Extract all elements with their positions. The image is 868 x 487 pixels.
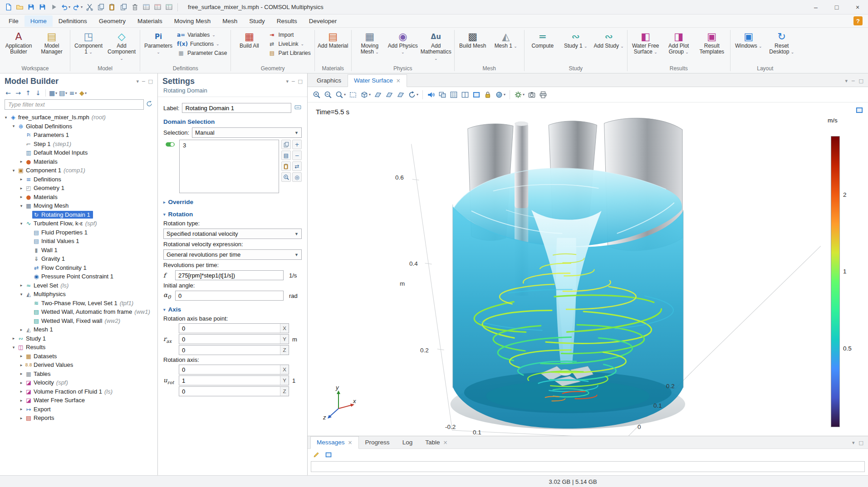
graphics-canvas[interactable]: Time=5.5 s m/s y x z <box>308 102 868 436</box>
zoom-in-button[interactable] <box>311 90 322 100</box>
collapse-arrow-icon[interactable]: ▾ <box>3 115 9 120</box>
menu-geometry[interactable]: Geometry <box>93 15 132 27</box>
scene-appearance-button[interactable]: ▾ <box>494 90 507 100</box>
print-button[interactable] <box>538 90 549 100</box>
ribbon-compute[interactable]: =Compute <box>526 28 559 65</box>
menu-definitions[interactable]: Definitions <box>53 15 93 27</box>
ribbon-add-mathematics[interactable]: ΔuAdd Mathematics ⌄ <box>420 28 452 65</box>
expand-arrow-icon[interactable]: ▸ <box>18 371 25 376</box>
expand-arrow-icon[interactable]: ▸ <box>18 363 25 367</box>
tree-item-reports[interactable]: ▸▤Reports <box>0 414 157 423</box>
tree-item-wetted-wall-fixed-wall[interactable]: ▤Wetted Wall, Fixed wall(ww2) <box>0 317 157 326</box>
menu-home[interactable]: Home <box>25 15 53 27</box>
tab-table[interactable]: Table× <box>419 436 454 449</box>
panel-minimize-button[interactable]: ─ <box>142 78 145 84</box>
tree-item-pressure-point-constraint-1[interactable]: ◉Pressure Point Constraint 1 <box>0 272 157 281</box>
collapse-tree-button[interactable]: ▤▾ <box>59 88 68 97</box>
tree-item-level-set[interactable]: ▸≈Level Set(ls) <box>0 281 157 290</box>
plot-context-icon[interactable] <box>855 106 863 116</box>
delete-button[interactable] <box>129 1 140 13</box>
selection-list-item[interactable]: 3 <box>183 142 275 149</box>
sound-toggle-button[interactable] <box>426 90 436 100</box>
rotation-header[interactable]: ▾ Rotation <box>163 211 302 218</box>
tree-item-volume-fraction-of-fluid-1[interactable]: ▸◪Volume Fraction of Fluid 1(ls) <box>0 387 157 396</box>
copy-button[interactable] <box>95 1 106 13</box>
zoom-extents-button[interactable]: ▾ <box>334 90 347 100</box>
expand-arrow-icon[interactable]: ▸ <box>18 327 25 332</box>
expand-arrow-icon[interactable]: ▸ <box>18 159 25 164</box>
expand-arrow-icon[interactable]: ▸ <box>18 186 25 190</box>
tree-item-global-definitions[interactable]: ▾⊕Global Definitions <box>0 122 157 131</box>
selection-remove-button[interactable]: − <box>292 151 302 160</box>
tree-item-geometry-1[interactable]: ▸◰Geometry 1 <box>0 184 157 193</box>
menu-developer[interactable]: Developer <box>303 15 343 27</box>
initial-angle-input[interactable] <box>175 291 284 301</box>
tree-settings-button[interactable]: ≡▾ <box>69 88 78 97</box>
ribbon-reset-desktop[interactable]: ↻Reset Desktop ⌄ <box>765 28 798 65</box>
tree-item-materials[interactable]: ▸●Materials <box>0 157 157 166</box>
minimize-button[interactable]: – <box>805 0 826 14</box>
ribbon-build-mesh[interactable]: ▩Build Mesh <box>456 28 489 65</box>
close-button[interactable]: × <box>847 0 868 14</box>
collapse-arrow-icon[interactable]: ▾ <box>10 124 17 128</box>
go-to-default-view-button[interactable]: ▾ <box>359 90 372 100</box>
ribbon-functions[interactable]: f(x)Functions ⌄ <box>175 40 229 48</box>
vecBase-y-input[interactable] <box>179 335 280 344</box>
tree-item-export[interactable]: ▸↦Export <box>0 405 157 414</box>
help-button[interactable]: ? <box>853 16 863 25</box>
panel-menu-button[interactable]: ▾ <box>286 78 289 84</box>
ribbon-add-physics[interactable]: ◉Add Physics ⌄ <box>387 28 419 65</box>
menu-materials[interactable]: Materials <box>132 15 168 27</box>
show-options-button[interactable]: ▦▾ <box>49 88 58 97</box>
ribbon-add-component[interactable]: ◇Add Component ⌄ <box>105 28 138 65</box>
expand-arrow-icon[interactable]: ▸ <box>18 398 25 403</box>
split-view-button[interactable] <box>460 90 471 100</box>
tab-graphics[interactable]: Graphics <box>310 74 348 87</box>
collapse-arrow-icon[interactable]: ▾ <box>18 204 25 208</box>
tree-item-two-phase-flow-level-set-1[interactable]: ≋Two-Phase Flow, Level Set 1(tpf1) <box>0 299 157 308</box>
ribbon-study-1[interactable]: ∾Study 1 ⌄ <box>559 28 592 65</box>
expand-arrow-icon[interactable]: ▸ <box>18 177 25 181</box>
selection-list-button[interactable]: ▤ <box>281 151 291 160</box>
collapse-arrow-icon[interactable]: ▾ <box>18 292 25 297</box>
rename-button[interactable] <box>294 103 302 112</box>
tree-item-flow-continuity-1[interactable]: ⇄Flow Continuity 1 <box>0 263 157 273</box>
tree-item-initial-values-1[interactable]: ▤Initial Values 1 <box>0 237 157 246</box>
zoom-out-button[interactable] <box>323 90 333 100</box>
panel-float-button[interactable]: □ <box>859 440 863 446</box>
tree-item-wetted-wall-automatic-from-frame[interactable]: ▤Wetted Wall, Automatic from frame(ww1) <box>0 307 157 317</box>
close-icon[interactable]: × <box>396 78 401 84</box>
view-yz-button[interactable] <box>384 90 395 100</box>
tab-log[interactable]: Log <box>396 436 419 449</box>
selection-active-toggle[interactable] <box>163 140 177 193</box>
tree-item-study-1[interactable]: ▸∾Study 1 <box>0 334 157 343</box>
selection-paste-button[interactable] <box>281 161 291 171</box>
view-zx-button[interactable] <box>395 90 406 100</box>
environment-settings-button[interactable]: ▾ <box>513 90 526 100</box>
rotation-type-combo[interactable]: Specified rotational velocity ▼ <box>163 229 302 239</box>
tab-messages[interactable]: Messages× <box>310 436 359 449</box>
ribbon-water-free-surface[interactable]: ◧Water Free Surface ⌄ <box>629 28 662 65</box>
ribbon-result-templates[interactable]: ▣Result Templates <box>696 28 728 65</box>
ribbon-component-1[interactable]: ◳Component 1 ⌄ <box>72 28 105 65</box>
selection-zoom-button[interactable] <box>281 172 291 182</box>
tree-item-velocity[interactable]: ▸◪Velocity(spf) <box>0 378 157 387</box>
close-icon[interactable]: × <box>443 439 447 446</box>
refresh-button[interactable] <box>146 100 153 109</box>
duplicate-button[interactable] <box>118 1 129 13</box>
expand-arrow-icon[interactable]: ▸ <box>18 283 25 287</box>
expand-arrow-icon[interactable]: ▸ <box>18 389 25 394</box>
panel-minimize-button[interactable]: ─ <box>852 78 855 84</box>
collapse-arrow-icon[interactable]: ▾ <box>18 221 25 226</box>
collapse-arrow-icon[interactable]: ▾ <box>10 168 17 173</box>
undo-button[interactable]: ▾ <box>59 1 71 13</box>
vecDir-z-input[interactable] <box>179 387 280 396</box>
ribbon-add-plot-group[interactable]: ◨Add Plot Group ⌄ <box>662 28 695 65</box>
tree-item-mesh-1[interactable]: ▸◭Mesh 1 <box>0 325 157 334</box>
override-header[interactable]: ▸ Override <box>163 199 302 205</box>
save-copy-button[interactable] <box>37 1 48 13</box>
tree-item-definitions[interactable]: ▸≡Definitions <box>0 175 157 184</box>
expand-arrow-icon[interactable]: ▸ <box>18 195 25 199</box>
expand-arrow-icon[interactable]: ▸ <box>10 336 17 341</box>
tree-item-water-free-surface[interactable]: ▸◪Water Free Surface <box>0 396 157 405</box>
